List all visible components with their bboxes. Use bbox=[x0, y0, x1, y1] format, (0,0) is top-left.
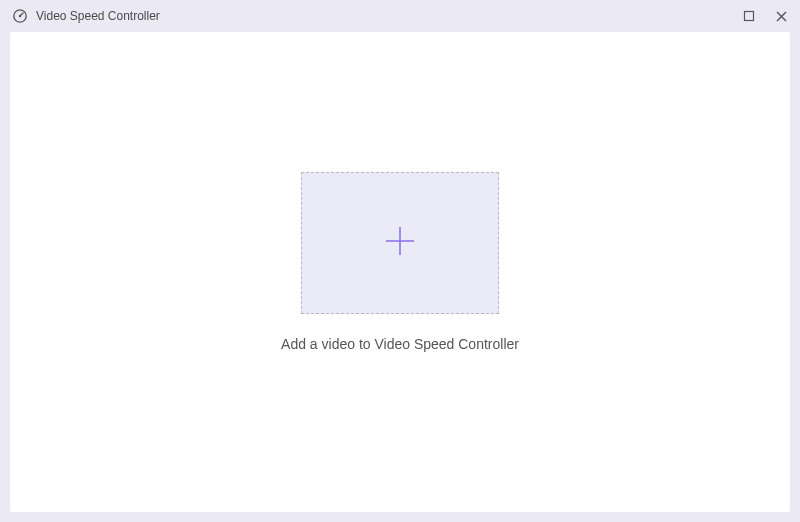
instruction-text: Add a video to Video Speed Controller bbox=[281, 336, 519, 352]
app-window: Video Speed Controller bbox=[0, 0, 800, 522]
titlebar-controls bbox=[740, 7, 790, 25]
svg-point-2 bbox=[19, 15, 21, 17]
plus-icon bbox=[380, 221, 420, 265]
close-icon bbox=[775, 10, 788, 23]
svg-rect-3 bbox=[745, 12, 754, 21]
app-title: Video Speed Controller bbox=[36, 9, 160, 23]
titlebar: Video Speed Controller bbox=[0, 0, 800, 32]
content-area: Add a video to Video Speed Controller bbox=[10, 32, 790, 512]
close-button[interactable] bbox=[772, 7, 790, 25]
maximize-icon bbox=[743, 10, 755, 22]
app-icon bbox=[12, 8, 28, 24]
titlebar-left: Video Speed Controller bbox=[12, 8, 160, 24]
add-video-dropzone[interactable] bbox=[301, 172, 499, 314]
maximize-button[interactable] bbox=[740, 7, 758, 25]
